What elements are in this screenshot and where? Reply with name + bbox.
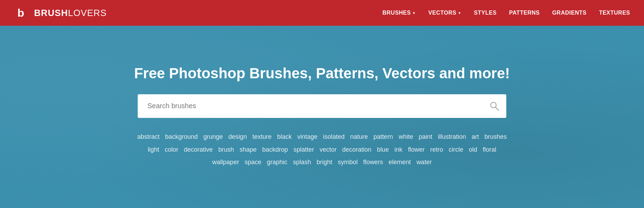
- tag-black[interactable]: black: [277, 132, 292, 142]
- tag-space[interactable]: space: [244, 157, 261, 167]
- logo-area[interactable]: b BRUSHLOVERS: [14, 5, 107, 21]
- tag-wallpaper[interactable]: wallpaper: [212, 157, 239, 167]
- tag-graphic[interactable]: graphic: [267, 157, 287, 167]
- nav-item-styles[interactable]: STYLES: [474, 10, 497, 16]
- tag-flower[interactable]: flower: [408, 145, 425, 155]
- tag-design[interactable]: design: [228, 132, 247, 142]
- tag-splatter[interactable]: splatter: [293, 145, 314, 155]
- tag-splash[interactable]: splash: [293, 157, 311, 167]
- tag-color[interactable]: color: [165, 145, 178, 155]
- tag-flowers[interactable]: flowers: [363, 157, 383, 167]
- tag-water[interactable]: water: [417, 157, 432, 167]
- tag-vintage[interactable]: vintage: [297, 132, 317, 142]
- tag-element[interactable]: element: [389, 157, 411, 167]
- tags-area: abstractbackgroundgrungedesigntexturebla…: [131, 130, 513, 169]
- tag-abstract[interactable]: abstract: [137, 132, 160, 142]
- search-input[interactable]: [138, 94, 506, 118]
- chevron-down-icon: ▼: [458, 11, 461, 15]
- tag-shape[interactable]: shape: [240, 145, 257, 155]
- tag-paint[interactable]: paint: [419, 132, 432, 142]
- logo-icon: b: [14, 5, 30, 21]
- tag-blue[interactable]: blue: [377, 145, 389, 155]
- tag-texture[interactable]: texture: [252, 132, 272, 142]
- tag-ink[interactable]: ink: [394, 145, 402, 155]
- hero-title: Free Photoshop Brushes, Patterns, Vector…: [134, 65, 510, 82]
- nav-item-textures[interactable]: TEXTURES: [599, 10, 630, 16]
- search-icon: [490, 101, 499, 111]
- tag-retro[interactable]: retro: [430, 145, 443, 155]
- nav-item-gradients[interactable]: GRADIENTS: [552, 10, 587, 16]
- tag-isolated[interactable]: isolated: [323, 132, 345, 142]
- tag-art[interactable]: art: [472, 132, 479, 142]
- svg-text:b: b: [17, 7, 24, 19]
- tag-decoration[interactable]: decoration: [342, 145, 371, 155]
- tag-brush[interactable]: brush: [218, 145, 234, 155]
- logo-text: BRUSHLOVERS: [34, 8, 107, 18]
- chevron-down-icon: ▼: [412, 11, 416, 15]
- tag-grunge[interactable]: grunge: [203, 132, 223, 142]
- tag-symbol[interactable]: symbol: [338, 157, 358, 167]
- nav-item-brushes[interactable]: BRUSHES ▼: [383, 10, 416, 16]
- tag-illustration[interactable]: illustration: [438, 132, 466, 142]
- hero-section: Free Photoshop Brushes, Patterns, Vector…: [0, 26, 644, 208]
- tag-background[interactable]: background: [165, 132, 198, 142]
- tag-light[interactable]: light: [148, 145, 159, 155]
- tag-circle[interactable]: circle: [449, 145, 463, 155]
- tag-floral[interactable]: floral: [483, 145, 496, 155]
- tag-white[interactable]: white: [399, 132, 413, 142]
- tag-nature[interactable]: nature: [350, 132, 368, 142]
- nav-links: BRUSHES ▼VECTORS ▼STYLESPATTERNSGRADIENT…: [383, 10, 630, 16]
- search-button[interactable]: [490, 101, 499, 111]
- tag-decorative[interactable]: decorative: [184, 145, 213, 155]
- tag-brushes[interactable]: brushes: [484, 132, 507, 142]
- tag-bright[interactable]: bright: [317, 157, 332, 167]
- tag-pattern[interactable]: pattern: [373, 132, 393, 142]
- nav-item-vectors[interactable]: VECTORS ▼: [428, 10, 461, 16]
- tag-old[interactable]: old: [469, 145, 477, 155]
- nav-item-patterns[interactable]: PATTERNS: [509, 10, 540, 16]
- svg-line-3: [496, 107, 499, 110]
- navbar: b BRUSHLOVERS BRUSHES ▼VECTORS ▼STYLESPA…: [0, 0, 644, 26]
- tag-backdrop[interactable]: backdrop: [262, 145, 288, 155]
- search-bar-container: [138, 94, 506, 118]
- tag-vector[interactable]: vector: [320, 145, 337, 155]
